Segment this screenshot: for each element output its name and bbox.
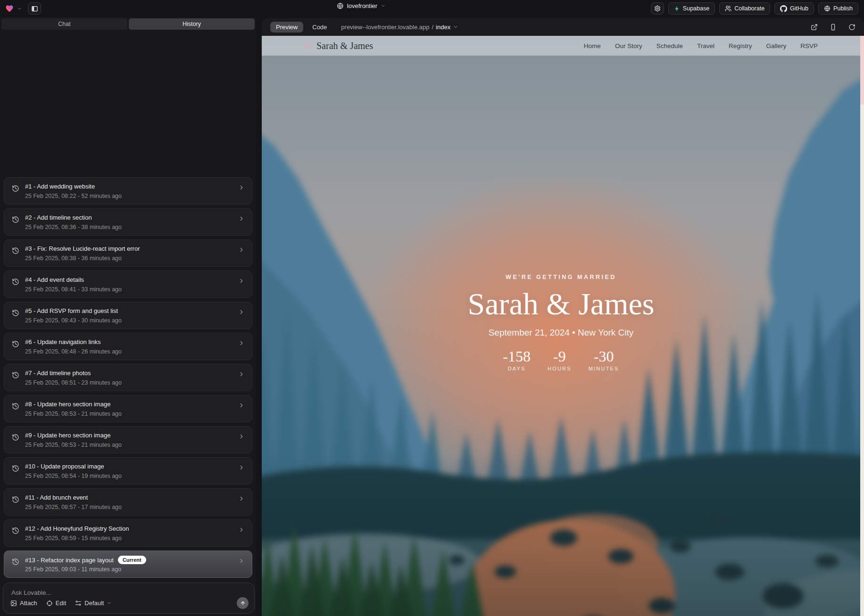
history-item[interactable]: #13 - Refactor index page layoutCurrent … — [4, 550, 252, 578]
history-clock-icon — [12, 216, 19, 223]
site-nav-link[interactable]: RSVP — [800, 42, 818, 49]
history-item-title: #10 - Update proposal image — [25, 463, 104, 470]
chat-composer[interactable]: Ask Lovable... Attach Edit Default — [3, 583, 255, 614]
countdown-item: -30 MINUTES — [589, 348, 619, 371]
countdown-value: -158 — [503, 348, 531, 364]
arrow-up-icon — [240, 600, 246, 606]
chevron-right-icon[interactable] — [238, 246, 245, 253]
composer-placeholder[interactable]: Ask Lovable... — [11, 589, 51, 596]
history-item-timestamp: 25 Feb 2025, 08:54 - 19 minutes ago — [25, 473, 122, 479]
site-nav-link[interactable]: Our Story — [615, 42, 642, 49]
lovable-logo-heart-icon[interactable] — [5, 4, 14, 13]
chevron-right-icon[interactable] — [238, 526, 245, 533]
supabase-bolt-icon — [674, 6, 680, 12]
history-clock-icon — [12, 185, 19, 192]
history-item[interactable]: #1 - Add wedding website 25 Feb 2025, 08… — [4, 177, 252, 205]
site-nav-link[interactable]: Registry — [729, 42, 752, 49]
tab-preview[interactable]: Preview — [270, 22, 303, 33]
chevron-right-icon[interactable] — [238, 495, 245, 502]
hero-date-line: September 21, 2024 • New York City — [262, 328, 860, 338]
history-item-timestamp: 25 Feb 2025, 08:53 - 21 minutes ago — [25, 411, 122, 417]
github-button[interactable]: GitHub — [774, 2, 814, 15]
history-item[interactable]: #10 - Update proposal image 25 Feb 2025,… — [4, 457, 252, 485]
mobile-view-icon[interactable] — [830, 24, 837, 31]
preview-panel: Preview Code preview--lovefrontier.lovab… — [262, 18, 864, 616]
edit-button[interactable]: Edit — [46, 600, 66, 607]
history-item-title: #11 - Add brunch event — [25, 494, 88, 501]
history-item-timestamp: 25 Feb 2025, 08:36 - 38 minutes ago — [25, 224, 122, 230]
history-item-timestamp: 25 Feb 2025, 08:48 - 26 minutes ago — [25, 348, 122, 355]
site-nav-link[interactable]: Schedule — [656, 42, 683, 49]
history-clock-icon — [12, 527, 19, 534]
collaborate-button[interactable]: Collaborate — [719, 2, 770, 15]
chevron-right-icon[interactable] — [238, 558, 245, 564]
history-item-title: #7 - Add timeline photos — [25, 370, 91, 377]
page-scrollbar[interactable] — [860, 36, 864, 616]
attach-button[interactable]: Attach — [10, 600, 37, 607]
history-clock-icon — [12, 402, 19, 410]
countdown-label: DAYS — [503, 366, 531, 371]
history-item-title: #12 - Add Honeyfund Registry Section — [25, 525, 129, 532]
history-item[interactable]: #2 - Add timeline section 25 Feb 2025, 0… — [4, 208, 252, 236]
sidebar: Chat History #1 - Add wedding website 25… — [0, 17, 256, 616]
supabase-button[interactable]: Supabase — [668, 2, 715, 15]
send-button[interactable] — [237, 597, 249, 609]
history-item[interactable]: #9 - Update hero section image 25 Feb 20… — [4, 426, 252, 453]
chevron-right-icon[interactable] — [238, 433, 245, 440]
history-item-timestamp: 25 Feb 2025, 08:41 - 33 minutes ago — [25, 286, 122, 293]
history-item[interactable]: #7 - Add timeline photos 25 Feb 2025, 08… — [4, 364, 252, 391]
history-item[interactable]: #4 - Add event details 25 Feb 2025, 08:4… — [4, 271, 252, 298]
settings-button[interactable] — [651, 2, 664, 15]
history-item[interactable]: #6 - Update navigation links 25 Feb 2025… — [4, 333, 252, 360]
chevron-right-icon[interactable] — [238, 371, 245, 378]
site-nav-link[interactable]: Travel — [697, 42, 714, 49]
countdown-item: -9 HOURS — [548, 348, 572, 371]
mode-selector[interactable]: Default — [75, 600, 112, 607]
users-icon — [725, 5, 731, 12]
toggle-sidebar-button[interactable] — [28, 2, 41, 15]
site-nav-link[interactable]: Home — [584, 42, 601, 49]
refresh-icon[interactable] — [848, 24, 856, 31]
history-item-timestamp: 25 Feb 2025, 09:03 - 11 minutes ago — [25, 566, 121, 573]
chevron-right-icon[interactable] — [238, 340, 245, 346]
project-name: lovefrontier — [347, 2, 377, 9]
site-viewport: Sarah & James HomeOur StoryScheduleTrave… — [262, 36, 864, 616]
scrollbar-thumb[interactable] — [860, 36, 864, 105]
chevron-right-icon[interactable] — [238, 402, 245, 409]
chevron-right-icon[interactable] — [238, 309, 245, 315]
history-item[interactable]: #8 - Update hero section image 25 Feb 20… — [4, 395, 252, 422]
history-item-timestamp: 25 Feb 2025, 08:57 - 17 minutes ago — [25, 504, 122, 510]
history-clock-icon — [12, 371, 19, 379]
history-list: #1 - Add wedding website 25 Feb 2025, 08… — [4, 177, 252, 578]
history-item[interactable]: #12 - Add Honeyfund Registry Section 25 … — [4, 519, 252, 547]
history-item[interactable]: #3 - Fix: Resolve Lucide-react import er… — [4, 239, 252, 267]
globe-icon — [824, 5, 831, 12]
publish-button[interactable]: Publish — [818, 2, 858, 15]
history-item-timestamp: 25 Feb 2025, 08:53 - 21 minutes ago — [25, 442, 122, 448]
history-item[interactable]: #5 - Add RSVP form and guest list 25 Feb… — [4, 302, 252, 329]
tab-code[interactable]: Code — [312, 24, 327, 31]
history-clock-icon — [12, 340, 19, 348]
site-nav-link[interactable]: Gallery — [766, 42, 786, 49]
history-clock-icon — [12, 247, 19, 255]
tab-history[interactable]: History — [129, 18, 255, 30]
history-clock-icon — [12, 558, 19, 566]
chevron-down-icon — [453, 24, 458, 30]
tab-chat[interactable]: Chat — [1, 18, 127, 30]
chevron-down-icon — [381, 3, 386, 8]
heart-icon — [304, 42, 312, 50]
site-logo[interactable]: Sarah & James — [304, 41, 373, 51]
open-in-new-tab-icon[interactable] — [811, 24, 818, 31]
logo-chevron-down-icon[interactable] — [17, 6, 22, 11]
project-selector[interactable]: lovefrontier — [337, 2, 386, 9]
history-item-title: #5 - Add RSVP form and guest list — [25, 307, 118, 314]
chevron-right-icon[interactable] — [238, 184, 245, 191]
chevron-right-icon[interactable] — [238, 278, 245, 284]
github-icon — [780, 5, 787, 12]
chevron-right-icon[interactable] — [238, 215, 245, 222]
hero-section: WE'RE GETTING MARRIED Sarah & James Sept… — [262, 274, 860, 371]
preview-url-selector[interactable]: preview--lovefrontier.lovable.app / inde… — [341, 24, 458, 31]
history-item-timestamp: 25 Feb 2025, 08:51 - 23 minutes ago — [25, 379, 122, 386]
chevron-right-icon[interactable] — [238, 464, 245, 471]
history-item[interactable]: #11 - Add brunch event 25 Feb 2025, 08:5… — [4, 488, 252, 516]
